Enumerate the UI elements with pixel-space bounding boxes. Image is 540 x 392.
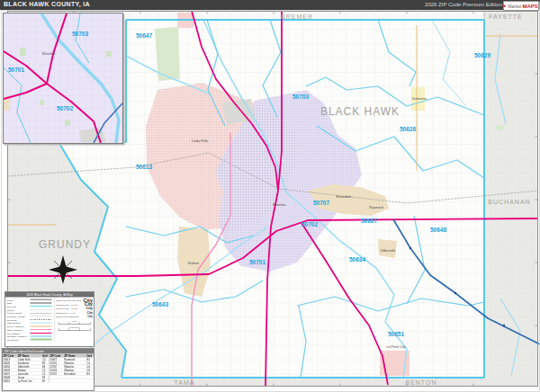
logo-text-market: Market bbox=[508, 4, 521, 9]
legend-city-sizes: Cities 100,000 and Above City Cities 50,… bbox=[56, 298, 93, 319]
waterloo-inset-map[interactable]: 507035070150702 Waterloo bbox=[3, 13, 123, 144]
legend-item-label: Secondary Roads bbox=[7, 315, 31, 317]
legend-line-sample bbox=[31, 333, 52, 334]
legend-item-label: Primary Roads bbox=[7, 312, 31, 315]
city-size-sample: City bbox=[86, 307, 93, 311]
legend-item-label: US Highways bbox=[7, 332, 31, 334]
inset-canvas bbox=[4, 13, 122, 143]
legend-item-label: Water Bodies bbox=[7, 322, 31, 325]
legend-line-sample bbox=[31, 313, 52, 314]
logo-swirl-icon: ❧ bbox=[501, 3, 507, 9]
city-size-label: Cities 5,000 - 9,999 bbox=[56, 311, 76, 314]
marketmaps-logo: ❧ Market MAPS bbox=[503, 1, 539, 11]
zip-index-table: ZIP Code Index/Grid Locator ZIP Code ZIP… bbox=[2, 348, 94, 391]
legend-item: City Details bbox=[7, 338, 55, 342]
legend-line-sample bbox=[31, 319, 52, 320]
legend-item-label: County Highways bbox=[7, 325, 31, 327]
cell-name bbox=[64, 379, 86, 383]
city-size-label: Cities 5,000 and Below bbox=[56, 315, 79, 317]
city-size-sample: City bbox=[87, 315, 93, 317]
legend-line-sample bbox=[31, 309, 52, 310]
city-size-label: Cities 50,000 - 99,999 bbox=[56, 303, 77, 306]
city-size-sample: City bbox=[86, 311, 93, 315]
scale-bar-miles: Miles bbox=[56, 320, 93, 325]
edition-label: 2026 ZIP Code Premium Edition bbox=[425, 2, 502, 7]
legend-line-sample bbox=[31, 316, 52, 317]
legend-box: 2026 Black Hawk County, IA Map County St… bbox=[4, 291, 94, 347]
legend-items: County State ZIP Code bbox=[5, 298, 54, 342]
city-size-label: Cities 100,000 and Above bbox=[56, 298, 82, 301]
legend-line-sample bbox=[31, 299, 52, 300]
zip-table-rows: 50613 Cedar Falls C3 50667 Raymond E3 50… bbox=[3, 358, 94, 383]
city-size-row: Cities 5,000 and Below City bbox=[56, 315, 93, 319]
cell-grid bbox=[86, 379, 94, 383]
table-row[interactable]: 50651 La Porte City F5 bbox=[3, 379, 94, 383]
city-size-label: Cities 10,000 - 49,999 bbox=[56, 307, 77, 309]
legend-item-label: Interstate Highways bbox=[7, 334, 31, 337]
legend-line-sample bbox=[31, 329, 52, 330]
cell-zip: 50651 bbox=[3, 379, 17, 383]
scale-bar-kilometers: Kilometers bbox=[56, 326, 93, 332]
map-title: BLACK HAWK COUNTY, IA bbox=[4, 1, 90, 7]
title-bar: BLACK HAWK COUNTY, IA 2026 ZIP Code Prem… bbox=[0, 0, 540, 10]
cell-name: La Porte City bbox=[17, 379, 41, 383]
map-page: BREMERFAYETTEBLACK HAWKBUCHANANGRUNDYTAM… bbox=[0, 0, 540, 392]
legend-item-label: ZIP Code bbox=[7, 305, 31, 307]
legend-line-sample bbox=[31, 303, 52, 304]
legend-line-sample bbox=[31, 325, 52, 326]
legend-line-sample bbox=[31, 335, 52, 336]
logo-text-maps: MAPS bbox=[522, 4, 537, 9]
legend-item-label: County bbox=[7, 298, 31, 301]
cell-zip bbox=[50, 379, 64, 383]
legend-item-label: City Details bbox=[7, 338, 31, 341]
legend-item-label: State bbox=[7, 302, 31, 305]
legend-item-label: State Highways bbox=[7, 328, 31, 331]
legend-line-sample bbox=[31, 306, 52, 307]
legend-item-label: Rail Road bbox=[7, 318, 31, 321]
cell-grid: F5 bbox=[41, 379, 49, 383]
legend-line-sample bbox=[31, 339, 52, 341]
legend-item-label: Streets bbox=[7, 308, 31, 311]
legend-line-sample bbox=[31, 323, 52, 324]
